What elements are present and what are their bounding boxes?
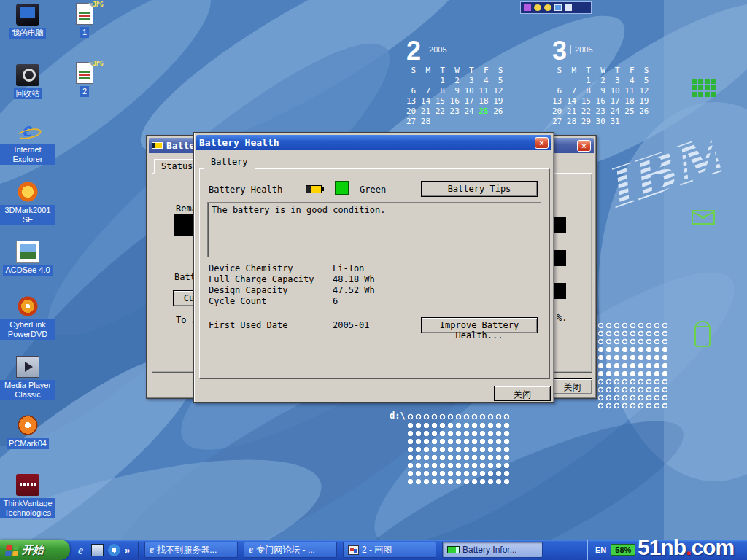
battery-app-icon xyxy=(152,142,163,149)
calendar-week: 1 2 3 4 5 xyxy=(552,76,649,86)
calendar-week: 27 28 29 30 31 xyxy=(552,117,649,127)
desktop-icon-3dmark2001[interactable]: 3DMark2001 SE xyxy=(0,181,55,225)
task-button-server-not-found[interactable]: e 找不到服务器... xyxy=(144,542,238,558)
battery-icon xyxy=(447,546,460,553)
jpg-file-icon: JPG xyxy=(76,62,93,84)
field-label: First Used Date xyxy=(209,320,287,330)
calendar-week: 1 2 3 4 5 xyxy=(406,76,503,86)
media-player-classic-icon xyxy=(16,356,39,378)
desktop-icon-powerdvd[interactable]: CyberLink PowerDVD xyxy=(0,295,55,340)
icon-label: ThinkVantage Technologies xyxy=(0,498,55,518)
jpg-badge: JPG xyxy=(93,1,103,8)
icon-label: PCMark04 xyxy=(7,438,49,449)
envelope-icon xyxy=(692,210,715,225)
desktop-icon-acdsee[interactable]: ACDSee 4.0 xyxy=(0,241,55,276)
task-label: 找不到服务器... xyxy=(157,544,217,556)
drive-label: d:\ xyxy=(390,411,406,421)
gauge-box xyxy=(553,250,566,266)
start-label: 开始 xyxy=(22,543,44,557)
gauge-box xyxy=(553,283,566,299)
calendar-week: 6 7 8 9 10 11 12 xyxy=(552,86,649,96)
quicklaunch-overflow-chevron[interactable]: » xyxy=(125,544,133,556)
close-icon[interactable]: × xyxy=(535,137,549,149)
icon-label: 回收站 xyxy=(14,88,42,99)
health-status-text: Green xyxy=(360,184,386,195)
dot-pattern-outline xyxy=(597,322,667,346)
quick-launch: e » xyxy=(70,540,138,560)
desktop-icon-media-player-classic[interactable]: Media Player Classic xyxy=(0,356,55,400)
task-label: 2 - 画图 xyxy=(362,544,392,556)
task-label: Battery Infor... xyxy=(462,545,517,555)
dialog-titlebar[interactable]: Battery Health × xyxy=(196,135,551,150)
health-status-green-square xyxy=(335,181,349,195)
plug-icon xyxy=(524,4,531,11)
calendar-february: 2 2005 S M T W T F S 1 2 3 4 5 6 7 8 9 1… xyxy=(406,35,503,127)
icon-label: 2 xyxy=(80,86,89,97)
desktop-icon-thinkvantage[interactable]: ThinkVantage Technologies xyxy=(0,474,55,518)
field-label: Design Capacity xyxy=(209,285,287,295)
desktop-file-2[interactable]: JPG 2 xyxy=(57,62,112,97)
indicator-icon xyxy=(534,4,541,11)
icon-label: 3DMark2001 SE xyxy=(0,205,55,225)
powerdvd-icon xyxy=(16,295,39,317)
calendar-month: 3 xyxy=(552,38,567,64)
taskbar: 开始 e » e 找不到服务器... e 专门网论坛 - ... 2 - 画图 … xyxy=(0,540,747,560)
calendar-year: 2005 xyxy=(570,45,592,54)
media-player-icon[interactable] xyxy=(108,544,120,556)
desktop-icon-internet-explorer[interactable]: Internet Explorer xyxy=(0,120,55,165)
field-label: Full Charge Capacity xyxy=(209,274,314,284)
calendar-days-header: S M T W T F S xyxy=(406,66,503,76)
field-label: Cycle Count xyxy=(209,296,266,306)
display-icon xyxy=(554,4,562,11)
pcmark-icon xyxy=(16,414,39,436)
close-button[interactable]: 关闭 xyxy=(552,378,592,394)
icon-label: CyberLink PowerDVD xyxy=(0,319,55,340)
icon-label: ACDSee 4.0 xyxy=(3,265,52,276)
dialog-title: Battery Health xyxy=(199,137,279,148)
calendar-week: 6 7 8 9 10 11 12 xyxy=(406,86,503,96)
calendar-week: 20 21 22 23 24 25 26 xyxy=(406,106,503,117)
internet-explorer-icon xyxy=(16,120,39,142)
icon-label: 我的电脑 xyxy=(9,28,46,39)
dot-pattern-filled xyxy=(597,346,667,378)
improve-battery-health-button[interactable]: Improve Battery Health... xyxy=(421,317,538,333)
field-value: 6 xyxy=(333,296,338,306)
tab-battery[interactable]: Battery xyxy=(204,155,255,169)
task-button-battery-information[interactable]: Battery Infor... xyxy=(442,542,543,558)
show-desktop-icon[interactable] xyxy=(91,544,104,556)
dot-pattern-filled xyxy=(406,421,511,486)
task-label: 专门网论坛 - ... xyxy=(256,544,315,556)
field-value: 2005-01 xyxy=(333,320,370,330)
desktop-icon-my-computer[interactable]: 我的电脑 xyxy=(0,4,55,39)
battery-cylinder-icon xyxy=(694,321,711,347)
icon-label: Internet Explorer xyxy=(0,144,55,165)
close-icon[interactable]: × xyxy=(577,140,591,152)
task-button-paint[interactable]: 2 - 画图 xyxy=(343,542,436,558)
battery-health-icon xyxy=(306,185,322,193)
recycle-bin-icon xyxy=(16,64,39,86)
dot-pattern-outline xyxy=(597,378,667,410)
calendar-week: 20 21 22 23 24 25 26 xyxy=(552,106,649,117)
close-button[interactable]: 关闭 xyxy=(494,386,551,401)
task-button-forum[interactable]: e 专门网论坛 - ... xyxy=(244,542,337,558)
start-button[interactable]: 开始 xyxy=(0,540,70,560)
field-value: Li-Ion xyxy=(333,263,364,273)
grid-icon xyxy=(692,79,716,98)
watermark-51nb: 51nb.com xyxy=(638,535,734,560)
power-flyout-panel[interactable] xyxy=(520,1,592,14)
ie-icon: e xyxy=(150,544,154,556)
calendar-month: 2 xyxy=(406,38,421,64)
desktop-icon-recycle-bin[interactable]: 回收站 xyxy=(0,64,55,99)
battery-tips-button[interactable]: Battery Tips xyxy=(421,181,538,197)
calendar-week: 27 28 xyxy=(406,117,503,127)
battery-health-dialog[interactable]: Battery Health × Battery Battery Health … xyxy=(193,132,554,403)
ie-quicklaunch-icon[interactable]: e xyxy=(74,544,87,556)
desktop-file-1[interactable]: JPG 1 xyxy=(57,3,112,38)
dot-pattern-outline xyxy=(406,413,511,421)
calendar-week: 13 14 15 16 17 18 19 xyxy=(552,96,649,106)
icon-label: 1 xyxy=(80,27,89,38)
language-indicator[interactable]: EN xyxy=(595,545,606,554)
battery-meter[interactable]: 58% xyxy=(611,544,635,556)
calendar-week: 13 14 15 16 17 18 19 xyxy=(406,96,503,106)
desktop-icon-pcmark04[interactable]: PCMark04 xyxy=(0,414,55,449)
